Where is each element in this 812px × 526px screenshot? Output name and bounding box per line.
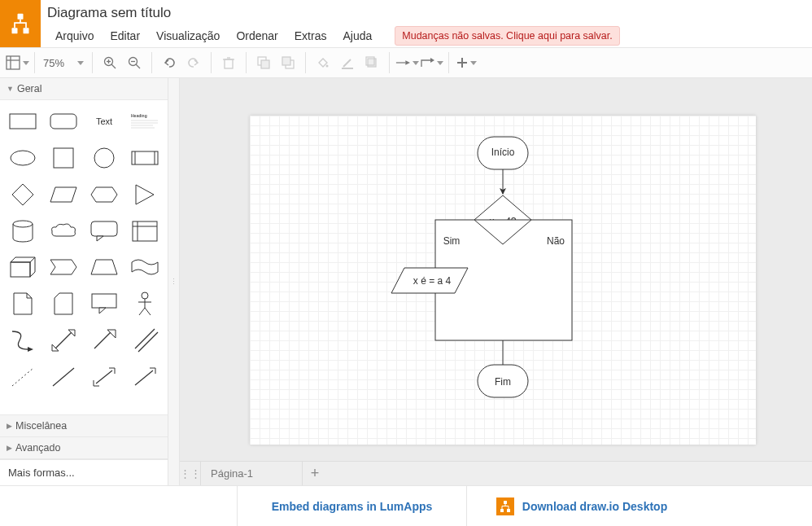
- svg-point-36: [11, 151, 35, 165]
- undo-button[interactable]: [157, 50, 181, 75]
- shape-parallelogram[interactable]: [49, 184, 78, 205]
- svg-rect-0: [18, 14, 24, 20]
- shape-bidir-arrow[interactable]: [49, 330, 78, 351]
- shape-diamond[interactable]: [8, 184, 37, 205]
- svg-marker-42: [12, 184, 33, 205]
- shape-trapezoid[interactable]: [89, 256, 119, 278]
- shape-line[interactable]: [49, 366, 78, 388]
- svg-line-7: [111, 64, 116, 68]
- drawio-icon: [496, 498, 514, 515]
- menu-arquivo[interactable]: Arquivo: [47, 26, 102, 46]
- shape-card[interactable]: [49, 293, 78, 314]
- waypoint-button[interactable]: [419, 50, 443, 75]
- menu-ordenar[interactable]: Ordenar: [228, 26, 286, 46]
- label-fim: Fim: [495, 376, 511, 388]
- shape-arrow[interactable]: [89, 330, 119, 351]
- zoom-dropdown[interactable]: 75%: [40, 57, 87, 69]
- svg-point-46: [13, 221, 33, 227]
- shape-cloud[interactable]: [49, 221, 78, 242]
- svg-point-38: [94, 148, 114, 168]
- svg-marker-56: [91, 260, 117, 274]
- shape-bidir-line[interactable]: [89, 366, 119, 388]
- shape-note[interactable]: [8, 293, 37, 314]
- shape-circle[interactable]: [89, 147, 119, 169]
- shape-triangle[interactable]: [130, 184, 159, 205]
- svg-line-74: [96, 370, 112, 384]
- shape-cylinder[interactable]: [8, 221, 37, 242]
- svg-rect-13: [225, 59, 233, 68]
- unsaved-changes-button[interactable]: Mudanças não salvas. Clique aqui para sa…: [395, 26, 619, 46]
- svg-marker-45: [136, 185, 154, 204]
- shape-cube[interactable]: [8, 256, 37, 278]
- svg-rect-47: [91, 221, 117, 236]
- svg-rect-77: [500, 509, 504, 512]
- menu-editar[interactable]: Editar: [102, 26, 148, 46]
- document-title[interactable]: Diagrama sem título: [47, 0, 812, 26]
- shape-dir-line[interactable]: [130, 366, 159, 388]
- shape-internal-storage[interactable]: [130, 221, 159, 242]
- line-color-button[interactable]: [335, 50, 360, 75]
- section-geral[interactable]: ▼Geral: [0, 78, 168, 100]
- shape-text[interactable]: Text: [89, 111, 119, 132]
- zoom-value: 75%: [43, 57, 64, 69]
- delete-button[interactable]: [216, 50, 241, 75]
- svg-marker-55: [50, 260, 76, 274]
- insert-button[interactable]: [454, 50, 478, 75]
- svg-rect-37: [54, 148, 73, 168]
- connection-button[interactable]: [395, 50, 419, 75]
- shape-ellipse[interactable]: [8, 147, 37, 169]
- shape-rectangle[interactable]: [8, 111, 37, 132]
- redo-button[interactable]: [181, 50, 206, 75]
- svg-line-62: [139, 308, 145, 315]
- zoom-out-button[interactable]: [122, 50, 146, 75]
- shape-callout[interactable]: [89, 221, 119, 242]
- svg-rect-17: [261, 60, 269, 68]
- canvas-area[interactable]: Início x = 4? Sim Não x é = a 4: [180, 78, 812, 485]
- section-miscelanea[interactable]: ▶Miscelânea: [0, 415, 168, 437]
- more-shapes-button[interactable]: Mais formas...: [0, 459, 168, 485]
- shape-actor[interactable]: [130, 293, 159, 314]
- to-back-button[interactable]: [276, 50, 300, 75]
- menu-extras[interactable]: Extras: [286, 26, 335, 46]
- footer-spacer: [0, 486, 238, 526]
- view-button[interactable]: [5, 50, 29, 75]
- to-front-button[interactable]: [251, 50, 276, 75]
- svg-marker-66: [68, 330, 75, 336]
- svg-line-63: [145, 308, 151, 315]
- footer-download-link[interactable]: Download draw.io Desktop: [467, 486, 696, 526]
- svg-rect-19: [282, 57, 290, 65]
- shape-hexagon[interactable]: [89, 184, 119, 205]
- svg-rect-2: [24, 28, 29, 33]
- shape-heading[interactable]: Heading: [130, 111, 159, 132]
- sidebar-splitter[interactable]: ⋮: [168, 78, 180, 485]
- footer-embed-link[interactable]: Embed diagrams in LumApps: [238, 486, 467, 526]
- app-logo[interactable]: [0, 0, 41, 47]
- shape-link[interactable]: [130, 330, 159, 351]
- tab-drag-handle[interactable]: ⋮⋮: [180, 462, 201, 485]
- shape-dashed-line[interactable]: [8, 366, 37, 388]
- shape-process[interactable]: [130, 147, 159, 169]
- menu-ajuda[interactable]: Ajuda: [334, 26, 380, 46]
- fill-color-button[interactable]: [311, 50, 335, 75]
- svg-rect-49: [133, 221, 157, 241]
- svg-line-75: [135, 370, 153, 385]
- shape-rounded-rect[interactable]: [49, 111, 78, 132]
- shape-callout2[interactable]: [89, 293, 119, 314]
- add-page-button[interactable]: +: [303, 462, 327, 485]
- section-avancado[interactable]: ▶Avançado: [0, 437, 168, 459]
- svg-rect-76: [504, 501, 507, 504]
- zoom-in-button[interactable]: [98, 50, 122, 75]
- flowchart[interactable]: Início x = 4? Sim Não x é = a 4: [250, 116, 756, 445]
- svg-marker-44: [91, 187, 117, 202]
- tab-page-1[interactable]: Página-1: [201, 462, 303, 485]
- shape-step[interactable]: [49, 256, 78, 278]
- shape-tape[interactable]: [130, 256, 159, 278]
- svg-point-59: [142, 292, 148, 299]
- shadow-button[interactable]: [360, 50, 384, 75]
- svg-rect-53: [11, 262, 30, 277]
- shape-square[interactable]: [49, 147, 78, 169]
- svg-marker-26: [430, 58, 434, 63]
- label-inicio: Início: [491, 147, 515, 158]
- shape-curve[interactable]: [8, 330, 37, 351]
- menu-visualizacao[interactable]: Visualização: [148, 26, 228, 46]
